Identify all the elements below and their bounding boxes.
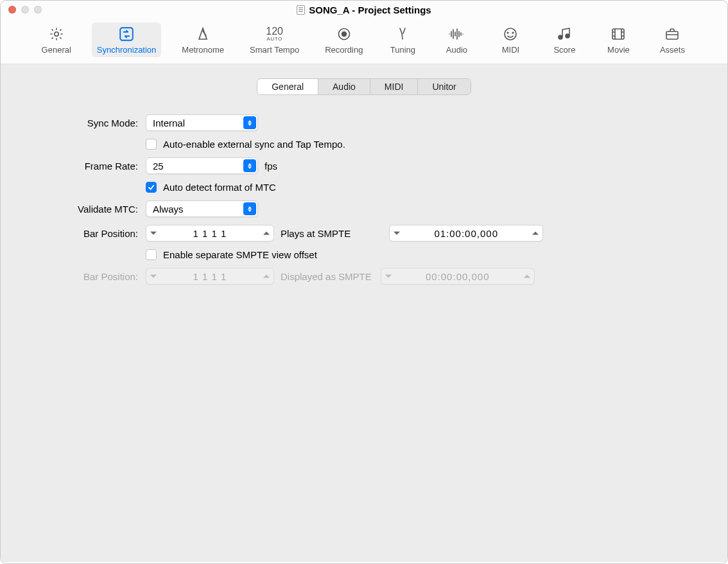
tempo-sub: AUTO xyxy=(267,37,282,42)
chevron-down-icon[interactable] xyxy=(146,231,160,235)
validate-mtc-label: Validate MTC: xyxy=(24,204,139,215)
toolbar-label: Assets xyxy=(660,45,685,55)
auto-detect-mtc-label: Auto detect format of MTC xyxy=(163,182,276,193)
toolbar-general[interactable]: General xyxy=(37,22,76,57)
subtab-unitor[interactable]: Unitor xyxy=(418,79,470,94)
select-toggle-icon xyxy=(243,116,256,129)
smpte-2-value: 00:00:00,000 xyxy=(395,271,520,282)
svg-point-0 xyxy=(55,32,58,36)
smpte-1-stepper[interactable]: 01:00:00,000 xyxy=(389,225,543,242)
toolbar-audio[interactable]: Audio xyxy=(437,22,476,57)
tuning-fork-icon xyxy=(394,25,412,43)
toolbar-metronome[interactable]: Metronome xyxy=(177,22,229,57)
frame-rate-unit: fps xyxy=(264,161,277,172)
auto-enable-label: Auto-enable external sync and Tap Tempo. xyxy=(163,139,345,150)
bar-position-2-stepper: 1 1 1 1 xyxy=(146,268,274,285)
waveform-icon xyxy=(447,25,465,43)
displayed-as-smpte-label: Displayed as SMPTE xyxy=(281,271,372,282)
toolbar-label: Recording xyxy=(325,45,363,55)
subtab-midi[interactable]: MIDI xyxy=(370,79,419,94)
bar-position-1-stepper[interactable]: 1 1 1 1 xyxy=(146,225,274,242)
score-icon xyxy=(555,25,573,43)
bar-position-2-label: Bar Position: xyxy=(24,271,139,282)
frame-rate-select[interactable]: 25 xyxy=(146,157,258,174)
toolbar-tuning[interactable]: Tuning xyxy=(383,22,422,57)
svg-point-3 xyxy=(342,32,346,37)
briefcase-icon xyxy=(663,25,681,43)
metronome-icon xyxy=(194,25,212,43)
sync-general-panel: Sync Mode: Internal Auto-enable external… xyxy=(17,107,711,285)
subtab-audio[interactable]: Audio xyxy=(318,79,370,94)
window-title: SONG_A - Project Settings xyxy=(1,4,727,15)
project-settings-window: SONG_A - Project Settings General Synchr… xyxy=(0,0,728,564)
toolbar-label: General xyxy=(42,45,71,55)
bar-position-2-value: 1 1 1 1 xyxy=(160,271,259,282)
chevron-up-icon xyxy=(520,274,534,278)
chevron-down-icon xyxy=(146,274,160,278)
toolbar-label: Synchronization xyxy=(97,45,157,55)
toolbar-label: Score xyxy=(553,45,575,55)
auto-detect-mtc-checkbox[interactable] xyxy=(146,182,157,193)
svg-rect-10 xyxy=(666,31,678,39)
toolbar-label: Tuning xyxy=(390,45,415,55)
sync-mode-select[interactable]: Internal xyxy=(146,114,258,131)
film-icon xyxy=(609,25,627,43)
svg-point-6 xyxy=(513,32,514,33)
validate-mtc-value: Always xyxy=(153,204,184,215)
toolbar-score[interactable]: Score xyxy=(545,22,584,57)
chevron-down-icon[interactable] xyxy=(390,231,404,235)
titlebar: SONG_A - Project Settings xyxy=(1,1,727,19)
maximize-window-button[interactable] xyxy=(34,6,42,13)
window-title-text: SONG_A - Project Settings xyxy=(309,4,431,15)
check-icon xyxy=(148,184,155,191)
validate-mtc-select[interactable]: Always xyxy=(146,200,258,217)
svg-point-5 xyxy=(508,32,509,33)
select-toggle-icon xyxy=(243,202,256,215)
toolbar-label: Audio xyxy=(446,45,467,55)
toolbar-movie[interactable]: Movie xyxy=(599,22,637,57)
frame-rate-label: Frame Rate: xyxy=(24,161,139,172)
chevron-up-icon[interactable] xyxy=(259,231,273,235)
smart-tempo-icon: 120 AUTO xyxy=(266,25,284,43)
enable-separate-smpte-checkbox[interactable] xyxy=(146,249,157,260)
record-icon xyxy=(335,25,353,43)
subtab-general[interactable]: General xyxy=(257,79,318,94)
chevron-down-icon xyxy=(381,274,395,278)
close-window-button[interactable] xyxy=(8,6,16,13)
sync-mode-label: Sync Mode: xyxy=(24,118,139,128)
toolbar-label: Movie xyxy=(607,45,630,55)
sync-icon xyxy=(117,25,135,43)
toolbar-label: MIDI xyxy=(502,45,519,55)
traffic-lights xyxy=(1,6,42,13)
sync-mode-value: Internal xyxy=(153,118,185,128)
bar-position-1-value: 1 1 1 1 xyxy=(160,228,259,239)
content-area: General Audio MIDI Unitor Sync Mode: Int… xyxy=(1,64,727,562)
svg-point-4 xyxy=(505,28,516,40)
auto-enable-external-sync-checkbox[interactable] xyxy=(146,139,157,150)
svg-rect-9 xyxy=(612,29,624,39)
smpte-1-value: 01:00:00,000 xyxy=(404,228,528,239)
chevron-up-icon xyxy=(259,274,273,278)
toolbar: General Synchronization Metronome 120 AU… xyxy=(1,19,727,64)
midi-icon xyxy=(501,25,519,43)
toolbar-synchronization[interactable]: Synchronization xyxy=(92,22,162,57)
minimize-window-button[interactable] xyxy=(21,6,29,13)
toolbar-midi[interactable]: MIDI xyxy=(491,22,530,57)
toolbar-assets[interactable]: Assets xyxy=(653,22,691,57)
toolbar-label: Smart Tempo xyxy=(250,45,299,55)
chevron-up-icon[interactable] xyxy=(528,231,542,235)
sync-subtabs: General Audio MIDI Unitor xyxy=(257,78,471,95)
svg-rect-1 xyxy=(120,28,133,40)
toolbar-label: Metronome xyxy=(182,45,224,55)
frame-rate-value: 25 xyxy=(153,161,164,172)
svg-point-7 xyxy=(559,35,562,39)
bar-position-1-label: Bar Position: xyxy=(24,228,139,239)
toolbar-recording[interactable]: Recording xyxy=(320,22,368,57)
enable-separate-smpte-label: Enable separate SMPTE view offset xyxy=(163,249,317,260)
svg-point-8 xyxy=(566,34,569,38)
plays-at-smpte-label: Plays at SMPTE xyxy=(281,228,351,239)
gear-icon xyxy=(48,25,65,43)
document-icon xyxy=(297,5,305,15)
sync-form: Sync Mode: Internal Auto-enable external… xyxy=(24,114,704,285)
toolbar-smart-tempo[interactable]: 120 AUTO Smart Tempo xyxy=(245,22,304,57)
